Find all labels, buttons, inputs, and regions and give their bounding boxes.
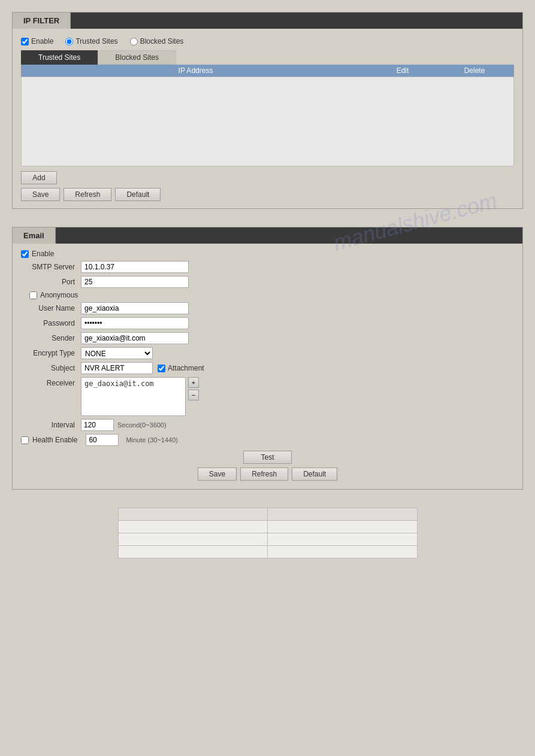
blocked-radio-label[interactable]: Blocked Sites [130, 37, 184, 45]
trusted-radio-label[interactable]: Trusted Sites [65, 37, 117, 45]
port-input[interactable] [81, 276, 189, 288]
email-default-button[interactable]: Default [292, 467, 337, 481]
trusted-radio-text: Trusted Sites [75, 37, 117, 45]
ip-table-header: IP Address Edit Delete [21, 65, 514, 77]
health-input[interactable] [86, 434, 119, 446]
port-label: Port [21, 278, 81, 286]
encrypt-row: Encrypt Type NONE [21, 347, 514, 359]
email-enable-row: Enable [21, 250, 514, 258]
receiver-remove-btn[interactable]: − [188, 390, 199, 400]
anonymous-checkbox[interactable] [29, 292, 37, 299]
health-checkbox[interactable] [21, 436, 29, 444]
add-btn-row: Add [21, 171, 514, 184]
receiver-add-btn[interactable]: + [188, 377, 199, 388]
tab-trusted[interactable]: Trusted Sites [21, 50, 98, 65]
anonymous-label[interactable]: Anonymous [29, 291, 78, 299]
password-input[interactable] [81, 317, 189, 329]
health-note: Minute (30~1440) [126, 436, 178, 444]
test-btn-row: Test [21, 451, 514, 464]
attachment-checkbox[interactable] [158, 365, 165, 372]
email-enable-checkbox[interactable] [21, 250, 29, 258]
table-cell [118, 521, 268, 533]
attachment-label-row: Attachment [158, 364, 204, 372]
sender-label: Sender [21, 334, 81, 342]
email-header: Email [13, 227, 522, 244]
encrypt-label: Encrypt Type [21, 349, 81, 357]
table-cell [268, 508, 418, 521]
ip-filter-body: Enable Trusted Sites Blocked Sites Trust… [13, 29, 522, 208]
enable-label: Enable [31, 37, 53, 45]
sender-input[interactable] [81, 332, 189, 344]
password-row: Password [21, 317, 514, 329]
sender-row: Sender [21, 332, 514, 344]
smtp-input[interactable] [81, 261, 189, 273]
table-cell [268, 521, 418, 533]
email-refresh-button[interactable]: Refresh [240, 467, 288, 481]
health-row: Health Enable Minute (30~1440) [21, 434, 514, 446]
password-label: Password [21, 319, 81, 327]
ip-filter-header: IP FILTER [13, 13, 522, 29]
email-save-button[interactable]: Save [198, 467, 237, 481]
receiver-controls: + − [188, 377, 199, 400]
subject-row: Subject Attachment [21, 362, 514, 374]
receiver-textarea[interactable]: ge_daoxia@it.com [81, 377, 186, 416]
table-row [118, 533, 417, 546]
subject-input[interactable] [81, 362, 153, 374]
encrypt-select[interactable]: NONE [81, 347, 153, 359]
receiver-label: Receiver [21, 379, 81, 387]
enable-checkbox[interactable] [21, 38, 29, 45]
port-row: Port [21, 276, 514, 288]
enable-checkbox-label[interactable]: Enable [21, 37, 53, 45]
ip-default-button[interactable]: Default [115, 188, 161, 201]
interval-note: Second(0~3600) [117, 421, 167, 429]
username-input[interactable] [81, 302, 189, 314]
email-title: Email [13, 227, 56, 244]
smtp-row: SMTP Server [21, 261, 514, 273]
ip-filter-title: IP FILTER [13, 13, 71, 29]
test-button[interactable]: Test [243, 451, 291, 464]
interval-row: Interval Second(0~3600) [21, 419, 514, 431]
username-row: User Name [21, 302, 514, 314]
table-cell [268, 546, 418, 558]
trusted-radio[interactable] [65, 38, 73, 45]
email-enable-text: Enable [32, 250, 54, 258]
interval-label: Interval [21, 421, 81, 429]
ip-filter-panel: IP FILTER Enable Trusted Sites Blocked S… [12, 12, 523, 209]
table-cell [118, 546, 268, 558]
table-row [118, 521, 417, 533]
interval-input[interactable] [81, 419, 114, 431]
attachment-text: Attachment [168, 364, 204, 372]
col-ip-header: IP Address [25, 66, 367, 75]
table-row [118, 546, 417, 558]
add-button[interactable]: Add [21, 171, 57, 184]
subject-label: Subject [21, 364, 81, 372]
table-cell [118, 508, 268, 521]
receiver-row: Receiver ge_daoxia@it.com + − [21, 377, 514, 416]
anonymous-row: Anonymous [21, 291, 514, 299]
table-cell [118, 533, 268, 546]
col-delete-header: Delete [439, 66, 510, 75]
email-btn-row: Save Refresh Default [21, 467, 514, 481]
ip-filter-btn-row: Save Refresh Default [21, 188, 514, 201]
blocked-radio[interactable] [130, 38, 138, 45]
username-label: User Name [21, 304, 81, 312]
tab-bar: Trusted Sites Blocked Sites [21, 50, 514, 65]
email-enable-label[interactable]: Enable [21, 250, 54, 258]
col-edit-header: Edit [367, 66, 439, 75]
health-label: Health Enable [32, 436, 77, 444]
ip-save-button[interactable]: Save [21, 188, 60, 201]
email-panel: Email Enable SMTP Server Port Anonymous [12, 227, 523, 490]
blocked-radio-text: Blocked Sites [140, 37, 184, 45]
anonymous-text: Anonymous [40, 291, 78, 299]
ip-filter-options: Enable Trusted Sites Blocked Sites [21, 37, 514, 45]
ip-refresh-button[interactable]: Refresh [64, 188, 111, 201]
bottom-table [118, 508, 418, 558]
ip-table-body [21, 77, 514, 166]
table-row [118, 508, 417, 521]
table-cell [268, 533, 418, 546]
smtp-label: SMTP Server [21, 263, 81, 271]
email-body: Enable SMTP Server Port Anonymous User N… [13, 244, 522, 489]
tab-blocked[interactable]: Blocked Sites [98, 50, 176, 65]
